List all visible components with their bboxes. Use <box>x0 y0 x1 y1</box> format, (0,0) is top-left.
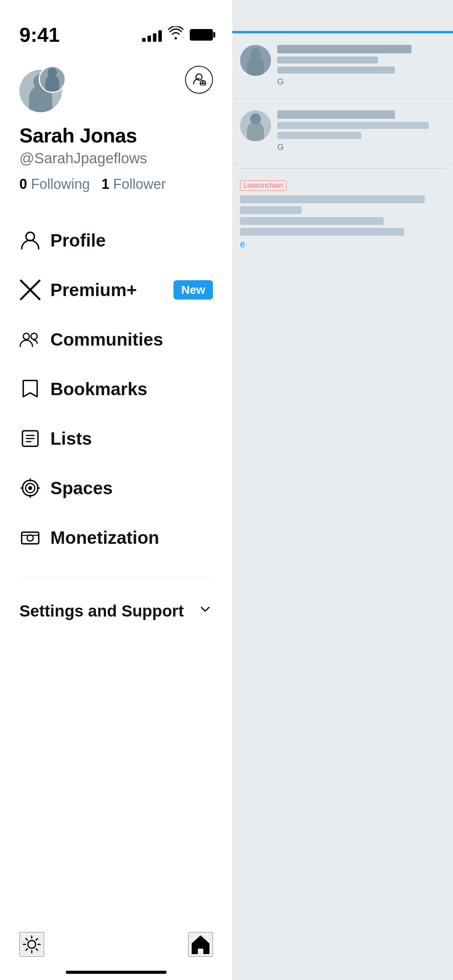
bookmark-icon <box>19 378 50 400</box>
menu-item-lists[interactable]: Lists <box>0 414 232 463</box>
status-time: 9:41 <box>19 23 60 46</box>
x-icon <box>19 279 50 301</box>
add-account-icon <box>192 72 206 88</box>
home-indicator <box>66 971 166 974</box>
following-stat: 0 Following <box>19 176 90 192</box>
follower-stat: 1 Follower <box>101 176 166 192</box>
status-icons <box>142 26 213 44</box>
menu-label-bookmarks: Bookmarks <box>50 379 213 399</box>
right-text-detail: G <box>277 77 445 87</box>
drawer-panel: 9:41 <box>0 0 232 980</box>
menu-list: Profile Premium+ New Communitie <box>0 208 232 570</box>
right-divider <box>240 168 445 169</box>
svg-line-26 <box>26 939 27 940</box>
menu-item-profile[interactable]: Profile <box>0 216 232 265</box>
signal-icon <box>142 28 162 42</box>
right-text-1: G <box>277 45 445 87</box>
right-lookonchain-item: Lookonchain e <box>232 173 453 257</box>
right-text-detail-2: G <box>277 142 445 152</box>
right-blue-text: e <box>240 239 445 250</box>
svg-point-4 <box>26 232 34 241</box>
status-bar: 9:41 <box>0 0 232 54</box>
spaces-icon <box>19 477 50 499</box>
right-avatar-2 <box>240 110 271 141</box>
avatar-small-figure <box>45 75 59 92</box>
add-account-button[interactable] <box>185 66 213 94</box>
follow-stats: 0 Following 1 Follower <box>19 176 213 192</box>
person-icon <box>19 230 50 251</box>
svg-point-6 <box>31 333 37 339</box>
wifi-icon <box>168 26 184 44</box>
monetization-icon <box>19 527 50 548</box>
communities-icon <box>19 329 50 350</box>
home-icon <box>189 933 212 956</box>
brightness-button[interactable] <box>19 932 44 957</box>
avatar-small <box>39 66 66 93</box>
menu-item-premium[interactable]: Premium+ New <box>0 265 232 315</box>
brightness-icon <box>21 934 43 955</box>
menu-item-monetization[interactable]: Monetization <box>0 513 232 562</box>
menu-label-communities: Communities <box>50 329 213 350</box>
battery-icon <box>190 29 213 41</box>
menu-label-spaces: Spaces <box>50 478 213 499</box>
user-display-name: Sarah Jonas <box>19 124 213 147</box>
menu-label-premium: Premium+ <box>50 279 173 300</box>
menu-label-lists: Lists <box>50 428 213 449</box>
menu-item-spaces[interactable]: Spaces <box>0 463 232 513</box>
menu-item-bookmarks[interactable]: Bookmarks <box>0 364 232 414</box>
right-item-1: G <box>232 33 453 99</box>
menu-divider <box>19 578 213 578</box>
chevron-down-icon <box>197 601 213 621</box>
svg-point-19 <box>27 535 33 541</box>
svg-point-13 <box>28 486 32 490</box>
svg-line-28 <box>36 939 38 940</box>
right-avatar-1 <box>240 45 271 76</box>
right-text-2: G <box>277 110 445 152</box>
menu-label-profile: Profile <box>50 230 213 251</box>
svg-line-27 <box>36 949 38 950</box>
profile-header: Sarah Jonas @SarahJpageflows 0 Following… <box>0 54 232 208</box>
right-panel: G G Lookonchain e <box>232 0 453 980</box>
right-item-2: G <box>232 99 453 164</box>
right-lookonchain-text: e <box>240 195 445 250</box>
lists-icon <box>19 428 50 449</box>
settings-and-support[interactable]: Settings and Support <box>0 586 232 636</box>
svg-line-29 <box>26 949 27 950</box>
user-handle: @SarahJpageflows <box>19 150 213 167</box>
lookonchain-badge: Lookonchain <box>240 180 287 191</box>
menu-item-communities[interactable]: Communities <box>0 315 232 364</box>
svg-point-21 <box>28 941 36 948</box>
new-badge: New <box>173 280 213 300</box>
svg-rect-18 <box>22 532 39 544</box>
settings-label: Settings and Support <box>19 602 184 620</box>
avatar-container <box>19 66 66 112</box>
profile-top-row <box>19 66 213 112</box>
menu-label-monetization: Monetization <box>50 527 213 548</box>
svg-point-5 <box>23 333 29 339</box>
home-button[interactable] <box>188 932 213 957</box>
